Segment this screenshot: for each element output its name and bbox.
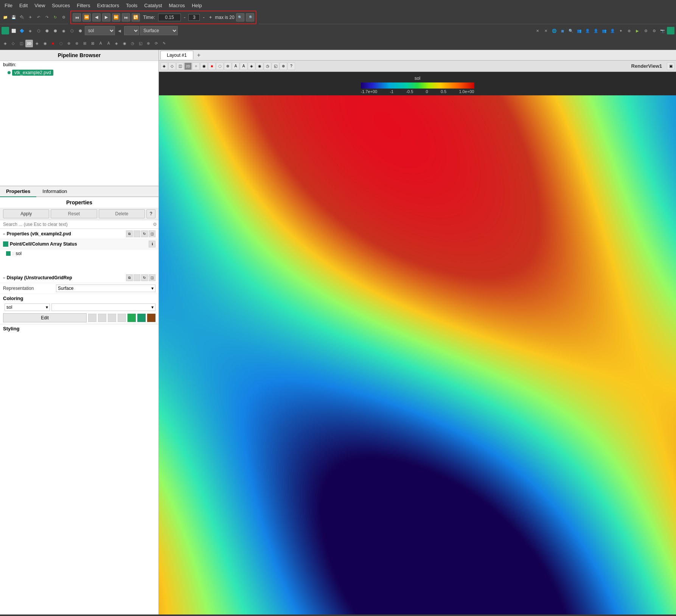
toolbar3-btn16[interactable]: ◉ — [121, 40, 128, 47]
render-btn9[interactable]: ⊕ — [224, 62, 232, 70]
render-btn13[interactable]: ◉ — [256, 62, 263, 70]
time-value-input[interactable] — [158, 14, 181, 21]
toolbar2-btn7[interactable]: ◉ — [60, 27, 67, 34]
help-button[interactable]: ? — [146, 209, 155, 218]
vtk-empty-btn[interactable] — [134, 230, 140, 237]
prev-frame-btn[interactable]: ◀ — [92, 13, 101, 22]
cube-icon[interactable]: ◼ — [559, 27, 566, 34]
array-checkbox[interactable] — [3, 241, 8, 247]
zoom-fit-btn[interactable]: 🔎 — [246, 13, 254, 22]
settings2-icon[interactable]: ⚙ — [650, 27, 658, 34]
toolbar2-btn8[interactable]: ⬡ — [68, 27, 76, 34]
group-icon5[interactable]: 👤 — [609, 27, 616, 34]
add-tab-btn[interactable]: + — [194, 51, 204, 59]
render-btn7[interactable]: ■ — [208, 62, 216, 70]
render-expand-btn[interactable]: ▣ — [667, 62, 674, 70]
swatch-btn3[interactable] — [108, 314, 116, 322]
toolbar2-btn4[interactable]: ⬡ — [35, 27, 42, 34]
tab-properties[interactable]: Properties — [0, 186, 36, 197]
vtk-copy-btn[interactable]: ⧉ — [126, 230, 133, 237]
render-btn1[interactable]: ◈ — [160, 62, 168, 70]
group-icon2[interactable]: 👤 — [584, 27, 591, 34]
display-copy-btn[interactable]: ⧉ — [126, 274, 133, 281]
swatch-btn1[interactable] — [88, 314, 96, 322]
menu-view[interactable]: View — [31, 2, 48, 9]
render-btn15[interactable]: ◱ — [272, 62, 279, 70]
display-layout-btn[interactable]: ◫ — [149, 274, 155, 281]
undo-icon[interactable]: ↶ — [35, 14, 42, 21]
coloring-sol-dropdown[interactable]: sol ▾ — [5, 303, 50, 311]
toolbar3-btn15[interactable]: ◈ — [113, 40, 120, 47]
globe-icon[interactable]: 🌐 — [550, 27, 558, 34]
main-render-canvas[interactable] — [159, 95, 676, 614]
active-icon2[interactable] — [667, 27, 674, 34]
toolbar3-btn11[interactable]: ⊞ — [81, 40, 89, 47]
search-gear-icon[interactable]: ⚙ — [151, 221, 159, 228]
active-toggle-btn[interactable] — [2, 27, 9, 34]
toolbar3-btn1[interactable]: ◈ — [2, 40, 9, 47]
representation-dropdown-btn[interactable]: Surface ▾ — [56, 285, 155, 292]
loop-btn[interactable]: 🔁 — [132, 13, 140, 22]
toolbar3-btn8[interactable]: ◌ — [57, 40, 65, 47]
toolbar3-btn3[interactable]: ◫ — [17, 40, 25, 47]
group-icon4[interactable]: 👥 — [600, 27, 608, 34]
menu-catalyst[interactable]: Catalyst — [141, 2, 165, 9]
toolbar3-btn17[interactable]: ◷ — [129, 40, 136, 47]
swatch-btn5[interactable] — [127, 314, 136, 322]
first-frame-btn[interactable]: ⏮ — [73, 13, 81, 22]
toolbar3-btn5[interactable]: ◈ — [33, 40, 41, 47]
prev-step-btn[interactable]: ⏪ — [82, 13, 91, 22]
toolbar2-btn6[interactable]: ⬣ — [51, 27, 59, 34]
toolbar3-btn20[interactable]: ⟳ — [152, 40, 160, 47]
vtk-layout-btn[interactable]: ◫ — [149, 230, 155, 237]
menu-help[interactable]: Help — [189, 2, 205, 9]
toolbar3-btn2[interactable]: ◇ — [9, 40, 17, 47]
render-btn10[interactable]: A — [232, 62, 239, 70]
edit-colormap-btn[interactable]: Edit — [3, 313, 87, 322]
layout-tab[interactable]: Layout #1 — [160, 51, 193, 59]
render-btn17[interactable]: ? — [287, 62, 295, 70]
menu-extractors[interactable]: Extractors — [94, 2, 122, 9]
toolbar3-btn12[interactable]: ⊠ — [89, 40, 96, 47]
display-section-header[interactable]: − Display (UnstructuredGridRep ⧉ ↻ ◫ — [0, 273, 159, 283]
toolbar2-btn5[interactable]: ⬢ — [43, 27, 51, 34]
group-icon6[interactable]: ✦ — [617, 27, 625, 34]
render-btn2[interactable]: ◇ — [168, 62, 176, 70]
viz-canvas[interactable] — [159, 95, 676, 614]
swatch-btn4[interactable] — [118, 314, 126, 322]
search-input[interactable] — [0, 220, 151, 229]
camera-icon[interactable]: 📷 — [659, 27, 666, 34]
menu-file[interactable]: File — [2, 2, 16, 9]
swatch-btn6[interactable] — [137, 314, 146, 322]
apply-button[interactable]: Apply — [3, 209, 49, 218]
render-btn14[interactable]: ◷ — [264, 62, 271, 70]
menu-macros[interactable]: Macros — [166, 2, 188, 9]
toolbar2-btn1[interactable]: ⬜ — [10, 27, 17, 34]
menu-filters[interactable]: Filters — [74, 2, 93, 9]
vtk-file-item[interactable]: vtk_example2.pvd — [0, 68, 159, 77]
eye-icon[interactable]: ✕ — [534, 27, 541, 34]
toolbar3-btn10[interactable]: ⊗ — [73, 40, 81, 47]
menu-sources[interactable]: Sources — [49, 2, 73, 9]
redo-icon[interactable]: ↷ — [43, 14, 51, 21]
toolbar3-btn9[interactable]: ⊕ — [65, 40, 73, 47]
refresh-icon[interactable]: ↻ — [51, 14, 59, 21]
zoom-real-size-btn[interactable]: 🔍 — [236, 13, 244, 22]
group-icon1[interactable]: 👥 — [575, 27, 583, 34]
coloring-scheme-dropdown2[interactable]: ▾ — [51, 303, 155, 311]
source-btn1[interactable]: ◀ — [116, 27, 123, 34]
toolbar3-btn6[interactable]: ◉ — [41, 40, 49, 47]
toolbar3-btn21[interactable]: ✎ — [160, 40, 168, 47]
open-icon[interactable]: 📁 — [2, 14, 9, 21]
file-name-label[interactable]: vtk_example2.pvd — [12, 70, 53, 76]
delete-button[interactable]: Delete — [99, 209, 145, 218]
toolbar3-btn14[interactable]: A — [105, 40, 112, 47]
render-btn16[interactable]: ⊕ — [280, 62, 287, 70]
menu-tools[interactable]: Tools — [123, 2, 140, 9]
render-btn12[interactable]: ◈ — [248, 62, 255, 70]
swatch-btn7[interactable] — [147, 314, 155, 322]
frame-input[interactable] — [188, 14, 200, 21]
vtk-refresh-btn[interactable]: ↻ — [141, 230, 148, 237]
toolbar2-btn3[interactable]: ◈ — [26, 27, 34, 34]
cross-icon[interactable]: ✕ — [542, 27, 550, 34]
